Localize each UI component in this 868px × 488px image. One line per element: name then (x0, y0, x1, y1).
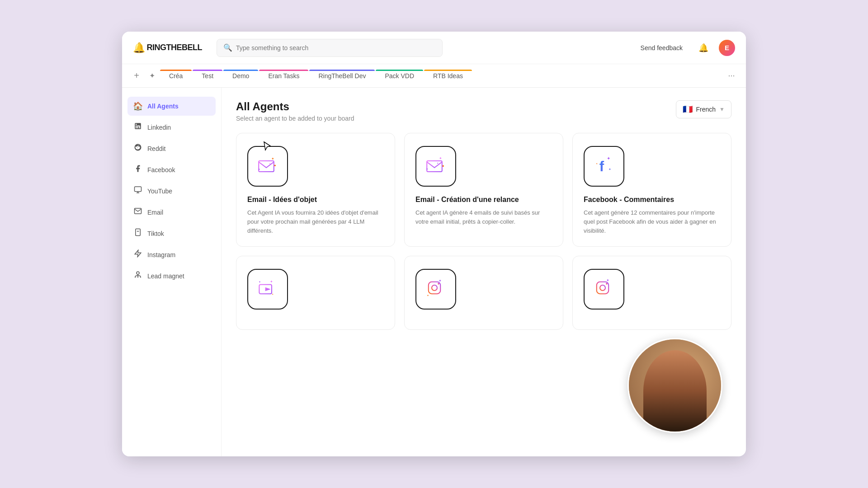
agent-card-facebook[interactable]: f ✦ ✦ ✦ Facebook - Commentaires Cet agen… (572, 133, 731, 247)
add-tab-button[interactable]: + (129, 69, 144, 83)
agent-card-email-relance[interactable]: ✦ ✦ Email - Création d'une relance Cet a… (404, 133, 563, 247)
page-heading: All Agents Select an agent to be added t… (236, 100, 354, 122)
svg-text:✦: ✦ (259, 281, 261, 284)
agent-icon-instagram: ✦ ✦ (415, 269, 456, 310)
facebook-icon (133, 164, 143, 175)
svg-point-16 (427, 169, 428, 169)
sidebar-label-reddit: Reddit (147, 145, 165, 152)
agent-icon-email-ideas: ✦ ✦ (247, 146, 288, 187)
sidebar-label-lead-magnet: Lead magnet (147, 272, 184, 280)
search-bar[interactable]: 🔍 (217, 39, 443, 57)
svg-text:✦: ✦ (607, 156, 610, 161)
sidebar-label-linkedin: Linkedin (147, 124, 171, 131)
svg-point-11 (259, 169, 259, 169)
tab-eran-tasks[interactable]: Eran Tasks (259, 70, 308, 82)
svg-rect-1 (135, 187, 142, 192)
sidebar-item-email[interactable]: Email (127, 202, 216, 222)
sidebar-label-all-agents: All Agents (147, 103, 179, 110)
tab-test[interactable]: Test (193, 70, 222, 82)
sidebar-item-reddit[interactable]: Reddit (127, 139, 216, 158)
content-header: All Agents Select an agent to be added t… (236, 100, 731, 122)
svg-rect-12 (427, 161, 442, 172)
notifications-button[interactable]: 🔔 (695, 40, 712, 56)
agent-icon-instagram2: ✦ (584, 269, 624, 310)
svg-text:✦: ✦ (437, 162, 439, 164)
tab-bar: + ✦ Créa Test Demo Eran Tasks RingTheBel… (122, 64, 746, 88)
top-bar: 🔔 RingTheBell 🔍 Send feedback 🔔 E (122, 32, 746, 64)
svg-text:✦: ✦ (270, 280, 273, 284)
svg-text:✦: ✦ (272, 293, 274, 296)
video-person-placeholder (629, 339, 721, 432)
svg-text:✦: ✦ (427, 295, 429, 297)
agent-card-email-ideas[interactable]: ✦ ✦ Email - Idées d'objet Cet Agent IA v… (236, 133, 395, 247)
agent-title-email-ideas: Email - Idées d'objet (247, 196, 384, 204)
agent-card-instagram2[interactable]: ✦ (572, 256, 731, 330)
sidebar-label-youtube: YouTube (147, 188, 172, 195)
agent-card-video[interactable]: ✦ ✦ ✦ (236, 256, 395, 330)
svg-text:✦: ✦ (439, 279, 442, 283)
more-tabs-button[interactable]: ··· (724, 69, 739, 83)
agent-title-email-relance: Email - Création d'une relance (415, 196, 552, 204)
svg-rect-7 (259, 161, 274, 172)
svg-point-32 (600, 285, 605, 291)
language-label: French (696, 106, 716, 113)
sidebar-item-tiktok[interactable]: Tiktok (127, 224, 216, 243)
language-selector[interactable]: 🇫🇷 French ▼ (676, 100, 731, 118)
logo-text: RingTheBell (147, 43, 203, 52)
send-feedback-button[interactable]: Send feedback (635, 41, 688, 55)
agent-grid: ✦ ✦ Email - Idées d'objet Cet Agent IA v… (236, 133, 731, 330)
search-input[interactable] (236, 44, 436, 52)
tab-ringthebell-dev[interactable]: RingTheBell Dev (309, 70, 375, 82)
tab-demo[interactable]: Demo (223, 70, 258, 82)
app-logo: 🔔 RingTheBell (133, 42, 202, 54)
svg-text:f: f (599, 159, 604, 174)
svg-marker-4 (135, 250, 141, 257)
sidebar-label-email: Email (147, 209, 163, 216)
svg-marker-22 (265, 287, 271, 291)
sidebar-item-all-agents[interactable]: 🏠 All Agents (127, 97, 216, 116)
instagram-icon (133, 249, 143, 260)
youtube-icon (133, 186, 143, 196)
search-icon: 🔍 (223, 43, 232, 52)
page-subtitle: Select an agent to be added to your boar… (236, 115, 354, 122)
sidebar-item-linkedin[interactable]: Linkedin (127, 117, 216, 137)
magic-tab-button[interactable]: ✦ (145, 69, 159, 83)
tab-rtb-ideas[interactable]: RTB Ideas (424, 70, 472, 82)
svg-text:✦: ✦ (271, 156, 274, 161)
svg-point-10 (274, 164, 276, 166)
svg-point-33 (606, 283, 608, 285)
svg-text:✦: ✦ (609, 167, 611, 171)
tab-crea[interactable]: Créa (160, 70, 192, 82)
top-actions: Send feedback 🔔 E (635, 40, 735, 56)
sidebar-item-facebook[interactable]: Facebook (127, 160, 216, 179)
agent-title-facebook: Facebook - Commentaires (584, 196, 720, 204)
tiktok-icon (133, 228, 143, 239)
sidebar-item-youtube[interactable]: YouTube (127, 181, 216, 201)
sidebar-label-instagram: Instagram (147, 251, 175, 258)
svg-rect-2 (136, 229, 141, 236)
agent-icon-video: ✦ ✦ ✦ (247, 269, 288, 310)
reddit-icon (133, 143, 143, 154)
sidebar-item-instagram[interactable]: Instagram (127, 245, 216, 264)
tab-pack-vdd[interactable]: Pack VDD (376, 70, 423, 82)
svg-text:✦: ✦ (439, 156, 442, 160)
svg-point-27 (432, 285, 437, 291)
video-overlay (627, 338, 722, 433)
video-person (643, 350, 707, 432)
svg-text:✦: ✦ (596, 162, 598, 165)
language-flag: 🇫🇷 (683, 104, 693, 114)
sidebar-item-lead-magnet[interactable]: Lead magnet (127, 266, 216, 286)
sidebar: 🏠 All Agents Linkedin Reddit (122, 88, 222, 456)
user-avatar-button[interactable]: E (719, 40, 735, 56)
agent-desc-email-relance: Cet agent IA génère 4 emails de suivi ba… (415, 208, 552, 226)
svg-text:✦: ✦ (269, 163, 271, 165)
agent-card-instagram[interactable]: ✦ ✦ (404, 256, 563, 330)
agent-icon-email-relance: ✦ ✦ (415, 146, 456, 187)
sidebar-label-tiktok: Tiktok (147, 230, 164, 237)
svg-point-15 (442, 165, 444, 167)
logo-icon: 🔔 (133, 42, 145, 54)
chevron-down-icon: ▼ (719, 106, 725, 113)
svg-point-5 (137, 272, 139, 274)
lead-magnet-icon (133, 271, 143, 281)
svg-text:✦: ✦ (606, 278, 609, 282)
